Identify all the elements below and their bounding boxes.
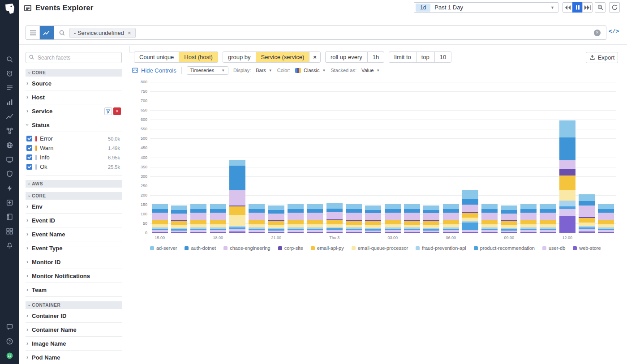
bar-13-00[interactable] (579, 82, 595, 233)
bar-01-00[interactable] (346, 82, 362, 233)
display-dropdown[interactable]: Bars ▼ (256, 68, 272, 73)
bar-21-00[interactable] (268, 82, 284, 233)
facet-group-header-aws[interactable]: ›AWS (26, 180, 122, 188)
bar-09-00[interactable] (501, 82, 517, 233)
status-ok-checkbox[interactable] (26, 164, 32, 170)
traces-icon[interactable] (6, 113, 13, 120)
filter-pill-service-undefined[interactable]: - Service:undefined × (69, 28, 136, 38)
search-icon[interactable] (6, 56, 13, 63)
notebooks-icon[interactable] (6, 213, 13, 221)
chart-view-toggle[interactable] (40, 26, 54, 39)
metrics-icon[interactable] (6, 98, 13, 106)
monitors-icon[interactable] (6, 242, 13, 249)
group-by-field-service[interactable]: Service (service) (256, 51, 310, 63)
facet-container-id[interactable]: ›Container ID (26, 309, 122, 323)
bar-23-00[interactable] (307, 82, 323, 233)
facet-env[interactable]: ›Env (26, 200, 122, 214)
facet-service[interactable]: ›Service× (26, 104, 122, 118)
rollup-value[interactable]: 1h (367, 51, 384, 63)
bar-19-00[interactable] (229, 82, 245, 233)
service-map-icon[interactable] (6, 127, 13, 135)
facet-event-id[interactable]: ›Event ID (26, 214, 122, 227)
facet-team[interactable]: ›Team (26, 283, 122, 297)
facet-search-input[interactable] (26, 52, 122, 63)
legend-item-web-store[interactable]: web-store (573, 245, 601, 251)
clear-facet-filter-button[interactable]: × (113, 107, 121, 115)
rewind-button[interactable] (563, 2, 573, 13)
watchdog-icon[interactable] (6, 70, 13, 77)
bar-16-00[interactable] (171, 82, 187, 233)
pause-button[interactable] (572, 2, 583, 13)
bar-17-00[interactable] (190, 82, 206, 233)
status-error-checkbox[interactable] (26, 136, 32, 141)
export-button[interactable]: Export (586, 52, 618, 63)
help-icon[interactable]: ? (6, 338, 13, 345)
filter-funnel-button[interactable] (104, 107, 112, 115)
bar-00-00[interactable] (326, 82, 343, 233)
hide-controls-button[interactable]: Hide Controls (132, 67, 176, 74)
rum-icon[interactable] (6, 156, 13, 163)
bar-18-00[interactable] (210, 82, 226, 233)
limit-type[interactable]: top (416, 51, 435, 63)
synthetics-icon[interactable] (6, 141, 13, 149)
serverless-icon[interactable] (6, 184, 13, 192)
search-input[interactable] (139, 30, 594, 36)
legend-item-email-queue-processor[interactable]: email-queue-processor (352, 245, 408, 251)
bar-14-00[interactable] (598, 82, 614, 233)
bar-22-00[interactable] (288, 82, 304, 233)
legend-item-fraud-prevention-api[interactable]: fraud-prevention-api (416, 245, 466, 251)
bar-04-00[interactable] (404, 82, 420, 233)
color-dropdown[interactable]: Classic ▼ (295, 68, 326, 73)
time-range-selector[interactable]: 1d Past 1 Day ▼ (414, 2, 558, 13)
facet-image-name[interactable]: ›Image Name (26, 337, 122, 351)
integrations-icon[interactable] (6, 199, 13, 206)
facet-monitor-id[interactable]: ›Monitor ID (26, 255, 122, 269)
status-info-checkbox[interactable] (26, 154, 32, 160)
limit-label[interactable]: limit to (389, 51, 417, 63)
bar-12-00[interactable] (559, 82, 575, 233)
facet-host[interactable]: ›Host (26, 90, 122, 104)
stacked-as-dropdown[interactable]: Value ▼ (361, 68, 380, 73)
logs-icon[interactable] (6, 84, 13, 92)
facet-event-type[interactable]: ›Event Type (26, 241, 122, 255)
chat-icon[interactable] (6, 323, 13, 331)
refresh-button[interactable] (609, 2, 620, 13)
legend-item-chaos-engineering[interactable]: chaos-engineering (223, 245, 271, 251)
status-warn-checkbox[interactable] (26, 145, 32, 151)
rollup-label[interactable]: roll up every (325, 51, 368, 63)
security-icon[interactable] (6, 170, 13, 178)
bar-05-00[interactable] (423, 82, 439, 233)
count-unique-button[interactable]: Count unique (134, 51, 179, 63)
fast-forward-button[interactable] (582, 2, 593, 13)
facet-group-header-container[interactable]: ›CONTAINER (26, 301, 122, 309)
bar-15-00[interactable] (152, 82, 168, 233)
status-icon[interactable] (6, 352, 13, 360)
facet-group-header-core[interactable]: ›CORE (26, 69, 122, 77)
legend-item-corp-site[interactable]: corp-site (278, 245, 303, 251)
count-unique-field-host[interactable]: Host (host) (179, 51, 218, 63)
list-view-toggle[interactable] (26, 26, 40, 39)
facet-event-name[interactable]: ›Event Name (26, 227, 122, 241)
legend-item-product-recommendation[interactable]: product-recommendation (474, 245, 535, 251)
datadog-logo-icon[interactable] (3, 2, 17, 16)
legend-item-ad-server[interactable]: ad-server (150, 245, 177, 251)
remove-group-by-button[interactable]: × (309, 51, 321, 63)
facet-group-header-core[interactable]: ›CORE (26, 192, 122, 200)
bar-08-00[interactable] (481, 82, 498, 233)
remove-filter-icon[interactable]: × (128, 30, 131, 36)
facet-pod-name[interactable]: ›Pod Name (26, 351, 122, 364)
bar-03-00[interactable] (385, 82, 401, 233)
legend-item-user-db[interactable]: user-db (542, 245, 565, 251)
limit-value[interactable]: 10 (434, 51, 451, 63)
zoom-out-button[interactable] (595, 2, 606, 13)
bar-10-00[interactable] (520, 82, 537, 233)
code-view-icon[interactable]: </> (609, 28, 619, 35)
facet-container-name[interactable]: ›Container Name (26, 323, 122, 337)
facet-monitor-notifications[interactable]: ›Monitor Notifications (26, 269, 122, 283)
bar-11-00[interactable] (540, 82, 556, 233)
group-by-label[interactable]: group by (223, 51, 256, 63)
facet-source[interactable]: ›Source (26, 77, 122, 90)
dashboards-icon[interactable] (6, 227, 13, 235)
clear-search-icon[interactable]: × (594, 30, 601, 36)
facet-status[interactable]: ›Status (26, 118, 122, 132)
